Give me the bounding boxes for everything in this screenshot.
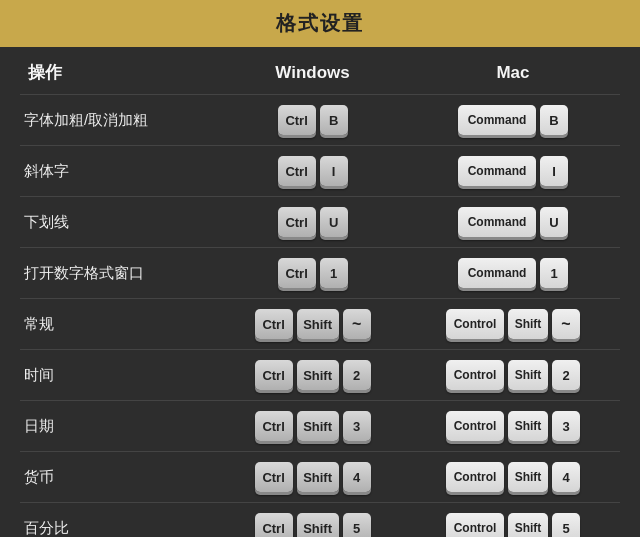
windows-keys-cell: CtrlI [219,146,406,197]
action-cell: 下划线 [20,197,219,248]
win-key-2: Shift [297,309,339,339]
mac-key-control: Control [446,360,504,390]
win-key-3: 2 [343,360,371,390]
mac-keys-cell: Command1 [406,248,620,299]
win-key-3: ~ [343,309,371,339]
title-bar: 格式设置 [0,0,640,47]
table-row: 常规CtrlShift~ControlShift~ [20,299,620,350]
action-cell: 百分比 [20,503,219,538]
header-action: 操作 [20,47,219,95]
mac-key-letter: B [540,105,568,135]
mac-key-letter: U [540,207,568,237]
mac-key-shift: Shift [508,309,548,339]
mac-key-command: Command [458,258,536,288]
mac-keys-cell: CommandI [406,146,620,197]
mac-key-letter: 3 [552,411,580,441]
mac-key-letter: ~ [552,309,580,339]
table-row: 时间CtrlShift2ControlShift2 [20,350,620,401]
windows-keys-cell: Ctrl1 [219,248,406,299]
mac-key-shift: Shift [508,360,548,390]
win-key-3: 5 [343,513,371,537]
win-key-3: 3 [343,411,371,441]
windows-keys-cell: CtrlB [219,95,406,146]
table-row: 日期CtrlShift3ControlShift3 [20,401,620,452]
win-key-2: B [320,105,348,135]
win-key-2: Shift [297,513,339,537]
table-row: 百分比CtrlShift5ControlShift5 [20,503,620,538]
mac-key-control: Control [446,513,504,537]
table-header-row: 操作 Windows Mac [20,47,620,95]
win-key-2: Shift [297,360,339,390]
table-row: 下划线CtrlUCommandU [20,197,620,248]
win-key-1: Ctrl [278,258,316,288]
header-windows: Windows [219,47,406,95]
mac-key-letter: 1 [540,258,568,288]
action-cell: 打开数字格式窗口 [20,248,219,299]
win-key-1: Ctrl [255,462,293,492]
mac-key-control: Control [446,411,504,441]
action-cell: 时间 [20,350,219,401]
mac-keys-cell: CommandB [406,95,620,146]
win-key-2: Shift [297,411,339,441]
win-key-1: Ctrl [255,360,293,390]
mac-key-control: Control [446,309,504,339]
win-key-1: Ctrl [255,309,293,339]
mac-key-command: Command [458,207,536,237]
windows-keys-cell: CtrlShift4 [219,452,406,503]
win-key-2: U [320,207,348,237]
shortcut-table: 操作 Windows Mac 字体加粗/取消加粗CtrlBCommandB斜体字… [20,47,620,537]
mac-key-letter: 4 [552,462,580,492]
win-key-1: Ctrl [255,513,293,537]
mac-key-shift: Shift [508,513,548,537]
mac-keys-cell: ControlShift4 [406,452,620,503]
win-key-1: Ctrl [278,156,316,186]
windows-keys-cell: CtrlShift2 [219,350,406,401]
win-key-1: Ctrl [278,105,316,135]
table-row: 货币CtrlShift4ControlShift4 [20,452,620,503]
windows-keys-cell: CtrlShift~ [219,299,406,350]
mac-key-shift: Shift [508,462,548,492]
mac-key-letter: 5 [552,513,580,537]
mac-key-letter: I [540,156,568,186]
win-key-3: 4 [343,462,371,492]
page-title: 格式设置 [276,12,364,34]
action-cell: 货币 [20,452,219,503]
mac-keys-cell: CommandU [406,197,620,248]
action-cell: 常规 [20,299,219,350]
win-key-2: 1 [320,258,348,288]
table-row: 斜体字CtrlICommandI [20,146,620,197]
action-cell: 字体加粗/取消加粗 [20,95,219,146]
table-row: 字体加粗/取消加粗CtrlBCommandB [20,95,620,146]
mac-key-shift: Shift [508,411,548,441]
mac-keys-cell: ControlShift~ [406,299,620,350]
windows-keys-cell: CtrlU [219,197,406,248]
windows-keys-cell: CtrlShift5 [219,503,406,538]
mac-keys-cell: ControlShift2 [406,350,620,401]
action-cell: 日期 [20,401,219,452]
win-key-2: I [320,156,348,186]
windows-keys-cell: CtrlShift3 [219,401,406,452]
action-cell: 斜体字 [20,146,219,197]
mac-key-letter: 2 [552,360,580,390]
mac-key-command: Command [458,156,536,186]
mac-keys-cell: ControlShift5 [406,503,620,538]
mac-key-command: Command [458,105,536,135]
mac-key-control: Control [446,462,504,492]
main-content: 操作 Windows Mac 字体加粗/取消加粗CtrlBCommandB斜体字… [0,47,640,537]
win-key-1: Ctrl [278,207,316,237]
win-key-1: Ctrl [255,411,293,441]
mac-keys-cell: ControlShift3 [406,401,620,452]
win-key-2: Shift [297,462,339,492]
header-mac: Mac [406,47,620,95]
table-row: 打开数字格式窗口Ctrl1Command1 [20,248,620,299]
